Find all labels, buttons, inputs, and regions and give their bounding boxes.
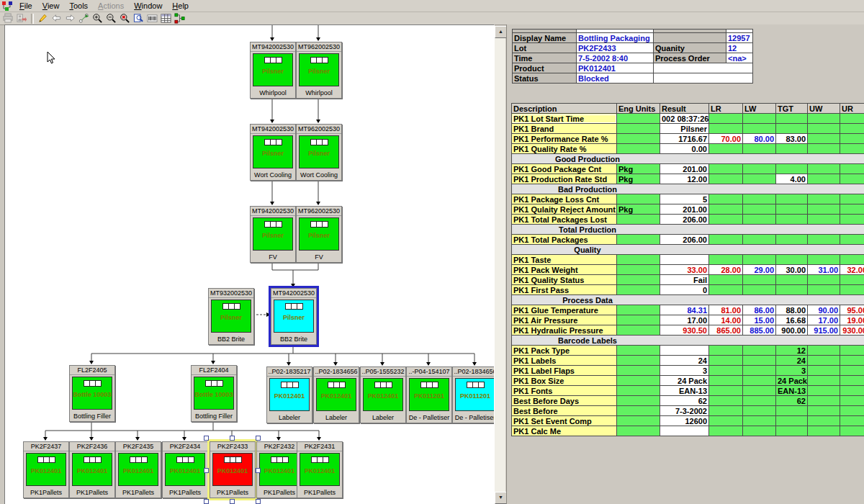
- eng-units-cell[interactable]: [617, 134, 660, 144]
- lw-cell[interactable]: [743, 144, 776, 154]
- uw-cell[interactable]: [808, 235, 840, 245]
- user-permissions-icon[interactable]: [15, 13, 29, 24]
- lot-node-mt962002530[interactable]: MT962002530PilsnerWort Cooling: [296, 124, 342, 181]
- description-cell[interactable]: PK1 Qulaity Reject Amount: [512, 204, 617, 215]
- scroll-down-button[interactable]: ▼: [495, 492, 507, 504]
- data-grid-icon[interactable]: [159, 13, 173, 24]
- result-cell[interactable]: Pilsner: [660, 124, 709, 134]
- description-cell[interactable]: PK1 Calc Me: [512, 426, 617, 436]
- lot-node-pk2f2433[interactable]: PK2F2433PK012401PK1Pallets: [210, 441, 256, 498]
- tgt-cell[interactable]: 24 Pack: [776, 376, 808, 386]
- eng-units-cell[interactable]: [617, 426, 660, 436]
- lw-cell[interactable]: 885.00: [743, 325, 776, 336]
- lw-cell[interactable]: [743, 346, 776, 356]
- description-cell[interactable]: PK1 Pack Weight: [512, 265, 617, 275]
- lot-node-mt942002530[interactable]: MT942002530PilsnerFV: [250, 206, 296, 263]
- tree-view-icon[interactable]: [173, 13, 186, 24]
- menu-file[interactable]: File: [14, 1, 37, 11]
- ur-cell[interactable]: [840, 366, 864, 376]
- eng-units-cell[interactable]: [617, 265, 660, 275]
- tgt-cell[interactable]: [776, 194, 808, 204]
- description-cell[interactable]: PK1 First Pass: [512, 285, 617, 295]
- result-cell[interactable]: 84.31: [660, 305, 709, 315]
- lw-cell[interactable]: [743, 215, 776, 225]
- ur-cell[interactable]: [840, 164, 864, 174]
- genealogy-canvas[interactable]: MT942002530PilsnerWhirlpoolMT962002530Pi…: [4, 24, 495, 504]
- result-cell[interactable]: [660, 255, 709, 265]
- result-cell[interactable]: [660, 346, 709, 356]
- lw-cell[interactable]: [743, 275, 776, 285]
- nav-back-icon[interactable]: [50, 13, 63, 24]
- menu-help[interactable]: Help: [167, 1, 194, 11]
- link-nodes-icon[interactable]: [77, 13, 91, 24]
- lr-cell[interactable]: 81.00: [709, 305, 743, 315]
- lot-node-pk2f2437[interactable]: PK2F2437PK012401PK1Pallets: [23, 441, 69, 498]
- result-cell[interactable]: 206.00: [660, 215, 709, 225]
- lr-cell[interactable]: [709, 164, 743, 174]
- description-cell[interactable]: PK1 Hydraulic Pressure: [512, 325, 617, 336]
- lr-cell[interactable]: [709, 215, 743, 225]
- lw-cell[interactable]: [743, 366, 776, 376]
- description-cell[interactable]: PK1 Total Packages: [512, 235, 617, 245]
- tgt-cell[interactable]: [776, 275, 808, 285]
- uw-cell[interactable]: [808, 356, 840, 366]
- edit-pencil-icon[interactable]: [36, 13, 50, 24]
- lr-cell[interactable]: [709, 204, 743, 215]
- ur-cell[interactable]: [840, 376, 864, 386]
- eng-units-cell[interactable]: [617, 275, 660, 285]
- description-cell[interactable]: Best Before Days: [512, 396, 617, 406]
- eng-units-cell[interactable]: [617, 315, 660, 325]
- description-cell[interactable]: PK1 Total Packages Lost: [512, 215, 617, 225]
- tgt-cell[interactable]: [776, 426, 808, 436]
- ur-cell[interactable]: [840, 114, 864, 124]
- eng-units-cell[interactable]: [617, 124, 660, 134]
- scroll-up-button[interactable]: ▲: [495, 26, 507, 38]
- menu-view[interactable]: View: [37, 1, 65, 11]
- description-cell[interactable]: PK1 Fonts: [512, 386, 617, 396]
- uw-cell[interactable]: [808, 134, 840, 144]
- eng-units-cell[interactable]: [617, 235, 660, 245]
- lw-cell[interactable]: [743, 386, 776, 396]
- lr-cell[interactable]: [709, 346, 743, 356]
- result-cell[interactable]: 3: [660, 366, 709, 376]
- lr-cell[interactable]: [709, 275, 743, 285]
- uw-cell[interactable]: [808, 174, 840, 184]
- ur-cell[interactable]: [840, 406, 864, 416]
- description-cell[interactable]: PK1 Glue Temperature: [512, 305, 617, 315]
- barcode-icon[interactable]: [145, 13, 159, 24]
- tgt-cell[interactable]: [776, 144, 808, 154]
- selection-handle[interactable]: [256, 436, 261, 441]
- result-cell[interactable]: 0.00: [660, 144, 709, 154]
- uw-cell[interactable]: [808, 255, 840, 265]
- eng-units-cell[interactable]: [617, 114, 660, 124]
- uw-cell[interactable]: [808, 406, 840, 416]
- ur-cell[interactable]: [840, 215, 864, 225]
- lot-node-fl2f2404[interactable]: FL2F2404Bottle 10003Bottling Filler: [191, 365, 237, 422]
- eng-units-cell[interactable]: [617, 144, 660, 154]
- uw-cell[interactable]: [808, 416, 840, 426]
- tgt-cell[interactable]: 24: [776, 356, 808, 366]
- tgt-cell[interactable]: 4.00: [776, 174, 808, 184]
- tgt-cell[interactable]: [776, 235, 808, 245]
- uw-cell[interactable]: [808, 114, 840, 124]
- description-cell[interactable]: PK1 Package Loss Cnt: [512, 194, 617, 204]
- eng-units-cell[interactable]: [617, 255, 660, 265]
- tgt-cell[interactable]: [776, 114, 808, 124]
- eng-units-cell[interactable]: [617, 346, 660, 356]
- description-cell[interactable]: PK1 Production Rate Std: [512, 174, 617, 184]
- description-cell[interactable]: PK1 Quality Status: [512, 275, 617, 285]
- description-cell[interactable]: PK1 Lot Start Time: [512, 114, 617, 124]
- lw-cell[interactable]: [743, 416, 776, 426]
- lw-cell[interactable]: [743, 285, 776, 295]
- lr-cell[interactable]: 865.00: [709, 325, 743, 336]
- uw-cell[interactable]: [808, 164, 840, 174]
- uw-cell[interactable]: [808, 275, 840, 285]
- eng-units-cell[interactable]: [617, 356, 660, 366]
- uw-cell[interactable]: [808, 285, 840, 295]
- lot-node-p021835217[interactable]: ..P02-1835217PK012401Labeler: [266, 366, 312, 423]
- lw-cell[interactable]: 15.00: [743, 315, 776, 325]
- lw-cell[interactable]: [743, 356, 776, 366]
- lot-node-mt942002530[interactable]: MT942002530PilsnerWhirlpool: [250, 42, 296, 99]
- lw-cell[interactable]: [743, 396, 776, 406]
- lw-cell[interactable]: [743, 426, 776, 436]
